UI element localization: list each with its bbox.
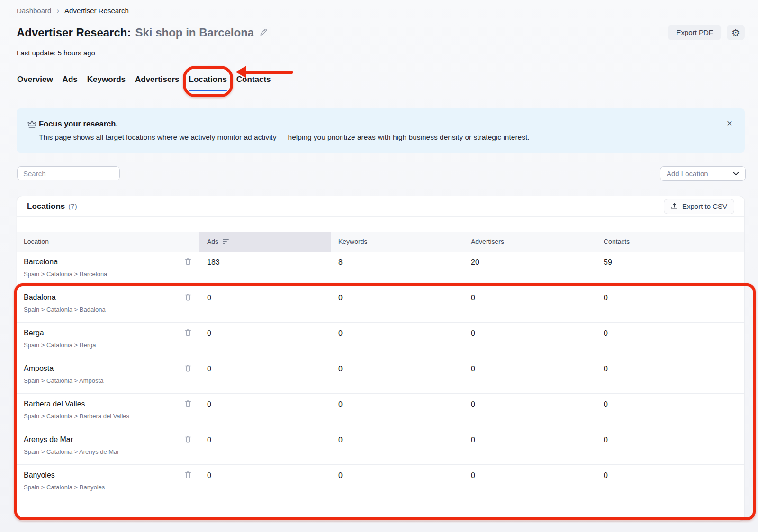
location-cell: Amposta Spain > Catalonia > Amposta	[17, 358, 199, 393]
column-header-keywords[interactable]: Keywords	[331, 232, 463, 252]
ads-value: 0	[199, 394, 331, 429]
last-update-text: Last update: 5 hours ago	[17, 49, 95, 57]
table-row: Banyoles Spain > Catalonia > Banyoles 0 …	[17, 465, 744, 500]
crown-icon	[27, 120, 37, 129]
column-header-ads[interactable]: Ads	[199, 232, 331, 252]
delete-location-button[interactable]	[185, 400, 191, 407]
locations-card: Locations (7) Export to CSV Location Ads…	[17, 196, 745, 521]
tab-locations[interactable]: Locations	[189, 74, 227, 91]
keywords-value: 0	[331, 394, 463, 429]
keywords-value: 0	[331, 465, 463, 500]
location-path: Spain > Catalonia > Barcelona	[24, 271, 199, 278]
info-banner: Focus your research. This page shows all…	[17, 108, 745, 153]
location-cell: Barbera del Valles Spain > Catalonia > B…	[17, 394, 199, 429]
breadcrumb: Dashboard › Advertiser Research	[17, 7, 129, 15]
add-location-dropdown[interactable]: Add Location	[660, 166, 746, 181]
export-pdf-button[interactable]: Export PDF	[668, 25, 721, 40]
search-input[interactable]	[17, 166, 120, 180]
banner-body: This page shows all target locations whe…	[39, 133, 530, 142]
ads-value: 0	[199, 429, 331, 464]
trash-icon	[185, 293, 191, 301]
tab-advertisers[interactable]: Advertisers	[135, 74, 180, 91]
ads-value: 183	[199, 252, 331, 287]
delete-location-button[interactable]	[185, 471, 191, 478]
advertisers-value: 20	[463, 252, 596, 287]
advertisers-value: 0	[463, 465, 596, 500]
contacts-value: 0	[596, 429, 744, 464]
page-title-value: Ski shop in Barcelona	[135, 26, 254, 39]
location-name: Barbera del Valles	[24, 400, 199, 408]
location-path: Spain > Catalonia > Berga	[24, 342, 199, 349]
advertisers-value: 0	[463, 394, 596, 429]
keywords-value: 0	[331, 287, 463, 322]
advertisers-value: 0	[463, 358, 596, 393]
breadcrumb-item-dashboard[interactable]: Dashboard	[17, 7, 51, 15]
table-row: Barcelona Spain > Catalonia > Barcelona …	[17, 252, 744, 287]
trash-icon	[185, 364, 191, 372]
sort-descending-icon	[223, 239, 229, 244]
table-row: Amposta Spain > Catalonia > Amposta 0 0 …	[17, 358, 744, 394]
advertisers-value: 0	[463, 323, 596, 358]
column-header-location[interactable]: Location	[17, 232, 199, 252]
location-cell: Banyoles Spain > Catalonia > Banyoles	[17, 465, 199, 500]
keywords-value: 0	[331, 323, 463, 358]
page-title-label: Advertiser Research:	[17, 26, 131, 39]
location-name: Badalona	[24, 293, 199, 302]
contacts-value: 0	[596, 323, 744, 358]
export-csv-label: Export to CSV	[682, 202, 727, 210]
tab-overview[interactable]: Overview	[17, 74, 54, 91]
location-cell: Berga Spain > Catalonia > Berga	[17, 323, 199, 358]
trash-icon	[185, 329, 191, 336]
location-path: Spain > Catalonia > Amposta	[24, 377, 199, 384]
locations-card-header: Locations (7) Export to CSV	[17, 196, 744, 217]
breadcrumb-item-current: Advertiser Research	[64, 7, 129, 15]
tab-ads[interactable]: Ads	[62, 74, 78, 91]
contacts-value: 59	[596, 252, 744, 287]
ads-value: 0	[199, 323, 331, 358]
tab-keywords[interactable]: Keywords	[87, 74, 126, 91]
location-path: Spain > Catalonia > Arenys de Mar	[24, 448, 199, 455]
settings-button[interactable]: ⚙	[727, 25, 745, 40]
delete-location-button[interactable]	[185, 435, 191, 443]
export-csv-button[interactable]: Export to CSV	[664, 199, 734, 214]
locations-card-title: Locations	[27, 202, 65, 211]
ads-value: 0	[199, 358, 331, 393]
locations-count-badge: (7)	[68, 202, 77, 210]
table-row: Barbera del Valles Spain > Catalonia > B…	[17, 394, 744, 429]
location-cell: Badalona Spain > Catalonia > Badalona	[17, 287, 199, 322]
contacts-value: 0	[596, 358, 744, 393]
keywords-value: 0	[331, 429, 463, 464]
annotation-arrow-shaft	[245, 71, 293, 74]
edit-title-button[interactable]	[259, 28, 268, 37]
location-cell: Arenys de Mar Spain > Catalonia > Arenys…	[17, 429, 199, 464]
pencil-icon	[259, 28, 268, 37]
location-name: Amposta	[24, 364, 199, 373]
keywords-value: 0	[331, 358, 463, 393]
trash-icon	[185, 258, 191, 265]
close-icon[interactable]: ×	[727, 118, 732, 128]
page-header: Advertiser Research: Ski shop in Barcelo…	[17, 25, 745, 40]
contacts-value: 0	[596, 287, 744, 322]
column-header-advertisers[interactable]: Advertisers	[463, 232, 596, 252]
column-header-ads-label: Ads	[207, 238, 218, 245]
location-cell: Barcelona Spain > Catalonia > Barcelona	[17, 252, 199, 287]
table-row: Arenys de Mar Spain > Catalonia > Arenys…	[17, 429, 744, 465]
trash-icon	[185, 435, 191, 443]
column-header-contacts[interactable]: Contacts	[596, 232, 744, 252]
delete-location-button[interactable]	[185, 329, 191, 336]
delete-location-button[interactable]	[185, 258, 191, 265]
ads-value: 0	[199, 287, 331, 322]
location-path: Spain > Catalonia > Badalona	[24, 306, 199, 313]
delete-location-button[interactable]	[185, 293, 191, 301]
add-location-label: Add Location	[667, 170, 708, 178]
table-row: Badalona Spain > Catalonia > Badalona 0 …	[17, 287, 744, 323]
tab-bar: Overview Ads Keywords Advertisers Locati…	[17, 74, 745, 91]
trash-icon	[185, 471, 191, 478]
location-name: Banyoles	[24, 471, 199, 479]
location-path: Spain > Catalonia > Barbera del Valles	[24, 413, 199, 420]
table-header-row: Location Ads Keywords Advertisers Contac…	[17, 232, 744, 252]
chevron-right-icon: ›	[56, 7, 59, 15]
page-title: Advertiser Research: Ski shop in Barcelo…	[17, 26, 268, 39]
tab-contacts[interactable]: Contacts	[236, 74, 271, 91]
delete-location-button[interactable]	[185, 364, 191, 372]
